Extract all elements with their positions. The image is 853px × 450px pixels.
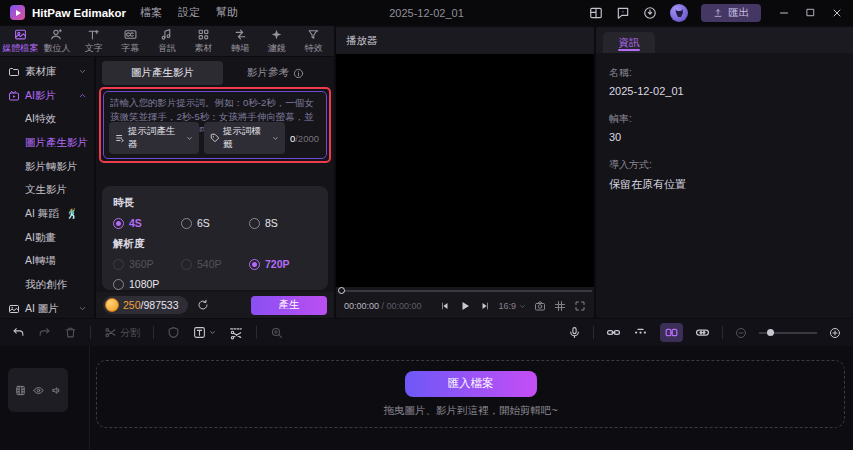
fps-label: 幀率: (609, 112, 840, 126)
fullscreen-icon[interactable] (574, 300, 586, 312)
user-avatar[interactable] (670, 4, 688, 22)
ribbon-tabs: 媒體檔案 數位人 文字 字幕 音訊 素材 轉場 濾鏡 (0, 26, 334, 56)
redo-button[interactable] (38, 326, 51, 339)
tab-media-files[interactable]: 媒體檔案 (2, 28, 38, 55)
ripple-edit-button[interactable] (695, 325, 710, 340)
info-panel: 資訊 名稱: 2025-12-02_01 幀率: 30 導入方式: 保留在原有位… (596, 27, 853, 318)
sidebar-item-text-to-video[interactable]: 文生影片 (0, 178, 94, 202)
tab-filters[interactable]: 濾鏡 (259, 28, 295, 55)
import-files-button[interactable]: 匯入檔案 (405, 371, 537, 397)
edit-toolbar: 分割 (0, 319, 853, 346)
radio-360p[interactable]: 360P (113, 258, 181, 270)
next-frame-icon[interactable] (480, 301, 490, 311)
sidebar: 素材庫 AI影片 AI特效 圖片產生影片 影片轉影片 文生影片 AI 舞蹈🕺 A… (0, 57, 94, 318)
sidebar-item-ai-effects[interactable]: AI特效 (0, 107, 94, 131)
tab-info[interactable]: 資訊 (603, 32, 655, 53)
timeline-zoom-out-button[interactable] (735, 327, 747, 339)
smart-cut-button[interactable] (229, 326, 243, 340)
name-value: 2025-12-02_01 (609, 85, 840, 97)
menu-settings[interactable]: 設定 (178, 5, 200, 20)
link-clips-button[interactable] (606, 325, 621, 340)
magnetic-snap-button[interactable] (633, 325, 648, 340)
radio-6s[interactable]: 6S (181, 217, 249, 229)
radio-540p[interactable]: 540P (181, 258, 249, 270)
undo-button[interactable] (12, 326, 25, 339)
tab-image-to-video[interactable]: 圖片產生影片 (102, 61, 223, 85)
refresh-icon[interactable] (197, 299, 209, 311)
maximize-button[interactable] (805, 7, 816, 18)
tag-icon (210, 133, 220, 143)
timeline-zoom-slider[interactable] (759, 329, 817, 337)
text-tool-dropdown[interactable] (193, 326, 216, 339)
sidebar-item-video-to-video[interactable]: 影片轉影片 (0, 155, 94, 179)
menu-file[interactable]: 檔案 (140, 5, 162, 20)
sidebar-item-ai-transition[interactable]: AI轉場 (0, 250, 94, 274)
app-window: HitPaw Edimakor 檔案 設定 幫助 2025-12-02_01 匯… (0, 0, 853, 450)
tab-text[interactable]: 文字 (76, 28, 112, 55)
smart-cut-icon (229, 326, 243, 340)
auto-link-button[interactable] (660, 323, 683, 342)
grid-overlay-icon[interactable] (554, 300, 566, 312)
tab-stickers[interactable]: 素材 (186, 28, 222, 55)
clip-link-icon (664, 325, 679, 340)
snapshot-camera-icon[interactable] (534, 300, 546, 312)
sidebar-item-ai-animation[interactable]: AI動畫 (0, 226, 94, 250)
media-drop-zone[interactable]: 匯入檔案 拖曳圖片、影片到這裡，開始剪輯吧~ (96, 360, 845, 428)
tab-digital-human[interactable]: 數位人 (39, 28, 75, 55)
tab-transitions[interactable]: 轉場 (222, 28, 258, 55)
project-title: 2025-12-02_01 (389, 7, 464, 19)
prompt-generator-dropdown[interactable]: 提示詞產生器 (109, 122, 199, 154)
sidebar-item-ai-video[interactable]: AI影片 (0, 84, 94, 108)
link-icon (606, 325, 621, 340)
sidebar-item-ai-image[interactable]: AI 圖片 (0, 297, 94, 321)
radio-4s[interactable]: 4S (113, 217, 181, 229)
timeline-zoom-in-button[interactable] (829, 327, 841, 339)
tab-subtitles[interactable]: 字幕 (112, 28, 148, 55)
layout-panels-icon[interactable] (589, 6, 603, 20)
generate-button[interactable]: 產生 (251, 296, 327, 315)
play-icon[interactable] (459, 300, 471, 312)
delete-button[interactable] (64, 326, 77, 339)
aspect-ratio-dropdown[interactable]: 16:9 (498, 301, 526, 311)
player-panel: 播放器 00:00:00 / 00:00:00 16:9 (336, 27, 594, 318)
playhead-knob[interactable] (338, 287, 345, 294)
feedback-chat-icon[interactable] (616, 6, 630, 20)
prev-frame-icon[interactable] (440, 301, 450, 311)
zoom-slider-knob[interactable] (767, 329, 774, 336)
shield-tool-button[interactable] (167, 326, 180, 339)
credits-pill[interactable]: 250/987533 (103, 296, 188, 314)
tab-audio[interactable]: 音訊 (149, 28, 185, 55)
sidebar-item-material-library[interactable]: 素材庫 (0, 60, 94, 84)
tab-video-reference[interactable]: 影片參考 (223, 66, 328, 80)
import-mode-label: 導入方式: (609, 158, 840, 172)
menu-help[interactable]: 幫助 (216, 5, 238, 20)
char-counter: 0/2000 (290, 133, 319, 144)
eye-visibility-icon[interactable] (33, 385, 44, 396)
chevron-down-icon (209, 329, 216, 336)
split-button[interactable]: 分割 (104, 326, 140, 340)
sidebar-item-ai-dance[interactable]: AI 舞蹈🕺 (0, 202, 94, 226)
scissors-icon (104, 326, 117, 339)
radio-8s[interactable]: 8S (249, 217, 317, 229)
close-button[interactable] (831, 7, 843, 19)
audio-note-icon (160, 28, 173, 41)
export-button[interactable]: 匯出 (701, 4, 761, 22)
speaker-mute-icon[interactable] (51, 385, 62, 396)
prompt-tags-dropdown[interactable]: 提示詞標籤 (204, 122, 285, 154)
zoom-tool-button[interactable] (270, 326, 283, 339)
menubar: 檔案 設定 幫助 (140, 5, 238, 20)
red-annotation-highlight: 提示詞產生器 提示詞標籤 0/2000 (99, 87, 331, 163)
radio-1080p[interactable]: 1080P (113, 278, 185, 290)
sidebar-item-my-creations[interactable]: 我的創作 (0, 273, 94, 297)
radio-720p[interactable]: 720P (249, 258, 317, 270)
fps-value: 30 (609, 131, 840, 143)
dancer-emoji-icon: 🕺 (66, 208, 78, 219)
video-preview[interactable] (336, 54, 594, 287)
sidebar-item-image-to-video[interactable]: 圖片產生影片 (0, 131, 94, 155)
tab-effects[interactable]: 特效 (296, 28, 332, 55)
zoom-out-icon (735, 327, 747, 339)
download-icon[interactable] (643, 6, 657, 20)
record-voiceover-button[interactable] (568, 326, 581, 339)
minimize-button[interactable] (778, 7, 790, 19)
playback-slider[interactable] (338, 287, 592, 294)
